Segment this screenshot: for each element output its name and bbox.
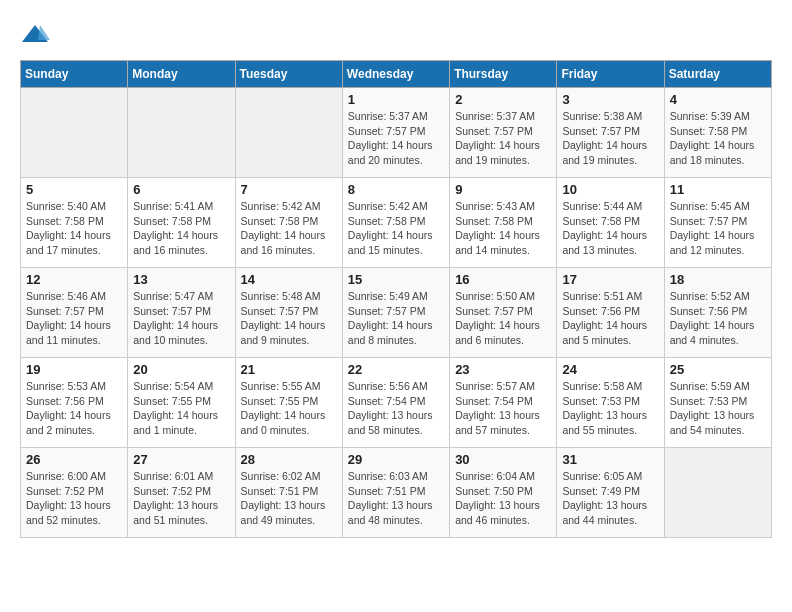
- day-header-friday: Friday: [557, 61, 664, 88]
- calendar-cell: 25Sunrise: 5:59 AM Sunset: 7:53 PM Dayli…: [664, 358, 771, 448]
- day-info: Sunrise: 5:49 AM Sunset: 7:57 PM Dayligh…: [348, 289, 444, 348]
- day-info: Sunrise: 5:42 AM Sunset: 7:58 PM Dayligh…: [348, 199, 444, 258]
- calendar-cell: 2Sunrise: 5:37 AM Sunset: 7:57 PM Daylig…: [450, 88, 557, 178]
- calendar-cell: 29Sunrise: 6:03 AM Sunset: 7:51 PM Dayli…: [342, 448, 449, 538]
- day-number: 1: [348, 92, 444, 107]
- calendar-cell: 3Sunrise: 5:38 AM Sunset: 7:57 PM Daylig…: [557, 88, 664, 178]
- day-number: 9: [455, 182, 551, 197]
- day-info: Sunrise: 6:00 AM Sunset: 7:52 PM Dayligh…: [26, 469, 122, 528]
- calendar-cell: 5Sunrise: 5:40 AM Sunset: 7:58 PM Daylig…: [21, 178, 128, 268]
- day-number: 29: [348, 452, 444, 467]
- day-number: 22: [348, 362, 444, 377]
- day-number: 15: [348, 272, 444, 287]
- day-number: 28: [241, 452, 337, 467]
- day-number: 18: [670, 272, 766, 287]
- day-info: Sunrise: 5:59 AM Sunset: 7:53 PM Dayligh…: [670, 379, 766, 438]
- day-info: Sunrise: 5:38 AM Sunset: 7:57 PM Dayligh…: [562, 109, 658, 168]
- calendar-cell: 11Sunrise: 5:45 AM Sunset: 7:57 PM Dayli…: [664, 178, 771, 268]
- day-info: Sunrise: 5:43 AM Sunset: 7:58 PM Dayligh…: [455, 199, 551, 258]
- day-header-sunday: Sunday: [21, 61, 128, 88]
- day-header-saturday: Saturday: [664, 61, 771, 88]
- day-number: 23: [455, 362, 551, 377]
- calendar-cell: 4Sunrise: 5:39 AM Sunset: 7:58 PM Daylig…: [664, 88, 771, 178]
- day-info: Sunrise: 5:39 AM Sunset: 7:58 PM Dayligh…: [670, 109, 766, 168]
- calendar-cell: 28Sunrise: 6:02 AM Sunset: 7:51 PM Dayli…: [235, 448, 342, 538]
- day-number: 30: [455, 452, 551, 467]
- day-number: 3: [562, 92, 658, 107]
- calendar-cell: [21, 88, 128, 178]
- logo: [20, 20, 54, 50]
- day-number: 10: [562, 182, 658, 197]
- day-number: 21: [241, 362, 337, 377]
- day-number: 5: [26, 182, 122, 197]
- calendar-cell: 18Sunrise: 5:52 AM Sunset: 7:56 PM Dayli…: [664, 268, 771, 358]
- day-info: Sunrise: 5:51 AM Sunset: 7:56 PM Dayligh…: [562, 289, 658, 348]
- day-info: Sunrise: 5:53 AM Sunset: 7:56 PM Dayligh…: [26, 379, 122, 438]
- calendar-cell: 1Sunrise: 5:37 AM Sunset: 7:57 PM Daylig…: [342, 88, 449, 178]
- day-info: Sunrise: 5:44 AM Sunset: 7:58 PM Dayligh…: [562, 199, 658, 258]
- day-number: 12: [26, 272, 122, 287]
- day-info: Sunrise: 5:45 AM Sunset: 7:57 PM Dayligh…: [670, 199, 766, 258]
- day-info: Sunrise: 5:37 AM Sunset: 7:57 PM Dayligh…: [455, 109, 551, 168]
- day-number: 17: [562, 272, 658, 287]
- day-info: Sunrise: 5:50 AM Sunset: 7:57 PM Dayligh…: [455, 289, 551, 348]
- page-header: [20, 20, 772, 50]
- day-info: Sunrise: 5:47 AM Sunset: 7:57 PM Dayligh…: [133, 289, 229, 348]
- calendar-cell: 19Sunrise: 5:53 AM Sunset: 7:56 PM Dayli…: [21, 358, 128, 448]
- day-info: Sunrise: 6:03 AM Sunset: 7:51 PM Dayligh…: [348, 469, 444, 528]
- day-info: Sunrise: 5:48 AM Sunset: 7:57 PM Dayligh…: [241, 289, 337, 348]
- day-number: 7: [241, 182, 337, 197]
- calendar-cell: 23Sunrise: 5:57 AM Sunset: 7:54 PM Dayli…: [450, 358, 557, 448]
- calendar-cell: [664, 448, 771, 538]
- day-number: 25: [670, 362, 766, 377]
- calendar-cell: 12Sunrise: 5:46 AM Sunset: 7:57 PM Dayli…: [21, 268, 128, 358]
- day-info: Sunrise: 6:01 AM Sunset: 7:52 PM Dayligh…: [133, 469, 229, 528]
- day-info: Sunrise: 5:40 AM Sunset: 7:58 PM Dayligh…: [26, 199, 122, 258]
- day-number: 26: [26, 452, 122, 467]
- calendar-cell: 8Sunrise: 5:42 AM Sunset: 7:58 PM Daylig…: [342, 178, 449, 268]
- calendar-cell: 22Sunrise: 5:56 AM Sunset: 7:54 PM Dayli…: [342, 358, 449, 448]
- calendar-cell: 10Sunrise: 5:44 AM Sunset: 7:58 PM Dayli…: [557, 178, 664, 268]
- calendar-cell: 13Sunrise: 5:47 AM Sunset: 7:57 PM Dayli…: [128, 268, 235, 358]
- day-info: Sunrise: 6:05 AM Sunset: 7:49 PM Dayligh…: [562, 469, 658, 528]
- week-row-1: 1Sunrise: 5:37 AM Sunset: 7:57 PM Daylig…: [21, 88, 772, 178]
- logo-icon: [20, 20, 50, 50]
- day-number: 27: [133, 452, 229, 467]
- week-row-3: 12Sunrise: 5:46 AM Sunset: 7:57 PM Dayli…: [21, 268, 772, 358]
- day-info: Sunrise: 6:04 AM Sunset: 7:50 PM Dayligh…: [455, 469, 551, 528]
- day-info: Sunrise: 5:55 AM Sunset: 7:55 PM Dayligh…: [241, 379, 337, 438]
- day-info: Sunrise: 5:46 AM Sunset: 7:57 PM Dayligh…: [26, 289, 122, 348]
- day-info: Sunrise: 6:02 AM Sunset: 7:51 PM Dayligh…: [241, 469, 337, 528]
- day-header-tuesday: Tuesday: [235, 61, 342, 88]
- calendar-cell: 20Sunrise: 5:54 AM Sunset: 7:55 PM Dayli…: [128, 358, 235, 448]
- day-info: Sunrise: 5:56 AM Sunset: 7:54 PM Dayligh…: [348, 379, 444, 438]
- day-header-wednesday: Wednesday: [342, 61, 449, 88]
- day-info: Sunrise: 5:41 AM Sunset: 7:58 PM Dayligh…: [133, 199, 229, 258]
- calendar-cell: 21Sunrise: 5:55 AM Sunset: 7:55 PM Dayli…: [235, 358, 342, 448]
- calendar-cell: [235, 88, 342, 178]
- week-row-5: 26Sunrise: 6:00 AM Sunset: 7:52 PM Dayli…: [21, 448, 772, 538]
- day-number: 2: [455, 92, 551, 107]
- day-number: 8: [348, 182, 444, 197]
- calendar-cell: 9Sunrise: 5:43 AM Sunset: 7:58 PM Daylig…: [450, 178, 557, 268]
- calendar-cell: 14Sunrise: 5:48 AM Sunset: 7:57 PM Dayli…: [235, 268, 342, 358]
- calendar-cell: 30Sunrise: 6:04 AM Sunset: 7:50 PM Dayli…: [450, 448, 557, 538]
- day-number: 13: [133, 272, 229, 287]
- day-number: 16: [455, 272, 551, 287]
- calendar-table: SundayMondayTuesdayWednesdayThursdayFrid…: [20, 60, 772, 538]
- day-number: 11: [670, 182, 766, 197]
- day-number: 31: [562, 452, 658, 467]
- day-info: Sunrise: 5:58 AM Sunset: 7:53 PM Dayligh…: [562, 379, 658, 438]
- header-row: SundayMondayTuesdayWednesdayThursdayFrid…: [21, 61, 772, 88]
- calendar-cell: 6Sunrise: 5:41 AM Sunset: 7:58 PM Daylig…: [128, 178, 235, 268]
- calendar-cell: 31Sunrise: 6:05 AM Sunset: 7:49 PM Dayli…: [557, 448, 664, 538]
- calendar-cell: 16Sunrise: 5:50 AM Sunset: 7:57 PM Dayli…: [450, 268, 557, 358]
- day-header-thursday: Thursday: [450, 61, 557, 88]
- day-info: Sunrise: 5:54 AM Sunset: 7:55 PM Dayligh…: [133, 379, 229, 438]
- calendar-cell: 24Sunrise: 5:58 AM Sunset: 7:53 PM Dayli…: [557, 358, 664, 448]
- day-number: 6: [133, 182, 229, 197]
- day-info: Sunrise: 5:37 AM Sunset: 7:57 PM Dayligh…: [348, 109, 444, 168]
- calendar-cell: 26Sunrise: 6:00 AM Sunset: 7:52 PM Dayli…: [21, 448, 128, 538]
- calendar-cell: 15Sunrise: 5:49 AM Sunset: 7:57 PM Dayli…: [342, 268, 449, 358]
- calendar-cell: 27Sunrise: 6:01 AM Sunset: 7:52 PM Dayli…: [128, 448, 235, 538]
